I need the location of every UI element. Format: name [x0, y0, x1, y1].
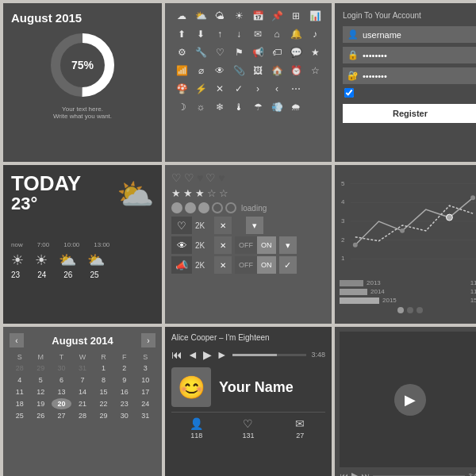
cal-day-30b[interactable]: 30 — [114, 410, 134, 421]
rewind-button[interactable]: ⏮ — [171, 348, 182, 361]
toggle-row-1: ♡ 2K ✕ ▾ — [171, 217, 325, 234]
toggle-eye-icon: 👁 — [171, 236, 192, 254]
toggle-on-2[interactable]: ON — [257, 236, 276, 254]
profile-tab-mail[interactable]: ✉ 27 — [275, 417, 325, 440]
legend-2015: 2015 154 — [340, 297, 476, 304]
calendar-header: ‹ August 2014 › — [10, 333, 155, 347]
scroll-dot-1[interactable] — [397, 307, 404, 313]
upload-icon: ⬆ — [174, 26, 190, 42]
dot-4 — [212, 202, 223, 213]
panel-august-2015: August 2015 75% Your text here.Write wha… — [3, 3, 162, 162]
profile-tab-hearts[interactable]: ♡ 131 — [223, 417, 273, 440]
scroll-dot-2[interactable] — [407, 307, 413, 313]
agree-checkbox[interactable] — [344, 88, 354, 98]
legend-val-2015: 154 — [470, 297, 476, 304]
cal-day-28[interactable]: 28 — [10, 363, 29, 374]
cal-day-11[interactable]: 11 — [10, 386, 29, 397]
agree-row[interactable] — [343, 88, 476, 98]
toggle-count-1: 2K — [195, 221, 211, 230]
toggle-check-3[interactable]: ✓ — [279, 256, 297, 274]
cal-day-29[interactable]: 29 — [30, 363, 50, 374]
cal-day-28b[interactable]: 28 — [72, 410, 92, 421]
video-play-button[interactable]: ▶ — [394, 384, 426, 416]
register-button[interactable]: Register — [343, 104, 476, 123]
icon-row-6: ☽ ☼ ❄ 🌡 ☂ 💨 🌧 — [170, 99, 327, 115]
cal-day-17[interactable]: 17 — [136, 386, 155, 397]
cal-day-15[interactable]: 15 — [94, 386, 113, 397]
vid-play-button[interactable]: ▶ — [351, 470, 358, 476]
cal-day-19[interactable]: 19 — [30, 398, 50, 409]
wind-icon: 💨 — [269, 99, 285, 115]
svg-text:1: 1 — [341, 255, 345, 262]
dot-2 — [185, 202, 196, 213]
calendar-grid: S M T W R F S 28 29 30 31 1 2 3 4 5 6 7 … — [10, 352, 155, 421]
toggle-switch-3[interactable]: OFF ON — [235, 256, 276, 274]
panel-music-profile: Alice Cooper – I'm Eighteen ⏮ ◄ ▶ ► 3:48… — [165, 327, 332, 476]
cal-prev-button[interactable]: ‹ — [10, 333, 24, 347]
toggle-x-2[interactable]: ✕ — [214, 236, 232, 254]
cal-day-29b[interactable]: 29 — [94, 410, 113, 421]
cal-day-4[interactable]: 4 — [10, 374, 29, 386]
cal-day-8[interactable]: 8 — [94, 374, 113, 386]
cal-day-23[interactable]: 23 — [114, 398, 134, 409]
cal-day-31b[interactable]: 31 — [136, 410, 155, 421]
toggle-x-1[interactable]: ✕ — [214, 217, 232, 234]
username-field[interactable]: 👤 ☑ — [343, 26, 476, 43]
vid-time: 3:48 — [468, 472, 476, 476]
bell-icon: 🔔 — [288, 26, 304, 42]
grid-icon: ⊞ — [288, 8, 304, 24]
cal-day-27[interactable]: 27 — [52, 410, 71, 421]
profile-tabs: 👤 118 ♡ 131 ✉ 27 — [171, 412, 325, 440]
cal-day-31[interactable]: 31 — [72, 363, 92, 374]
line-chart: 5 4 3 2 1 — [340, 170, 476, 273]
password2-field[interactable]: 🔐 ☑ — [343, 67, 476, 84]
cal-day-26[interactable]: 26 — [30, 410, 50, 421]
profile-tab-users[interactable]: 👤 118 — [171, 417, 221, 440]
cal-day-6[interactable]: 6 — [52, 374, 71, 386]
toggle-off-3[interactable]: OFF — [235, 256, 257, 274]
cal-day-22[interactable]: 22 — [94, 398, 113, 409]
cal-day-7[interactable]: 7 — [72, 374, 92, 386]
cal-day-30[interactable]: 30 — [52, 363, 71, 374]
cal-day-10[interactable]: 10 — [136, 374, 155, 386]
thermo-icon: 🌡 — [231, 99, 247, 115]
toggle-off-2[interactable]: OFF — [235, 236, 257, 254]
cal-day-24[interactable]: 24 — [136, 398, 155, 409]
panel-weather: TODAY 23° ⛅ now 7:00 10:00 13:00 ☀ ☀ ⛅ ⛅… — [3, 165, 162, 324]
toggle-check-2[interactable]: ▾ — [279, 236, 297, 254]
cal-day-16[interactable]: 16 — [114, 386, 134, 397]
vid-prev-button[interactable]: ⏮ — [340, 471, 348, 477]
scroll-dot-3[interactable] — [416, 307, 423, 313]
username-input[interactable] — [363, 30, 472, 40]
password-field[interactable]: 🔒 ☑ — [343, 47, 476, 63]
prev-button[interactable]: ◄ — [187, 348, 198, 361]
cal-day-20-today[interactable]: 20 — [52, 398, 71, 409]
play-button[interactable]: ▶ — [203, 348, 212, 361]
cal-day-2[interactable]: 2 — [114, 363, 134, 374]
cal-day-1[interactable]: 1 — [94, 363, 113, 374]
right-icon: ✓ — [231, 81, 247, 97]
cal-next-button[interactable]: › — [141, 333, 155, 347]
cal-day-14[interactable]: 14 — [72, 386, 92, 397]
toggle-x-3[interactable]: ✕ — [214, 256, 232, 274]
progress-bar[interactable] — [232, 354, 307, 356]
vid-next-button[interactable]: ⏭ — [361, 471, 370, 477]
cal-day-13[interactable]: 13 — [52, 386, 71, 397]
password-input[interactable] — [363, 51, 472, 60]
cal-day-25[interactable]: 25 — [10, 410, 29, 421]
forecast-icons: ☀ ☀ ⛅ ⛅ — [11, 251, 154, 269]
cal-day-21[interactable]: 21 — [72, 398, 92, 409]
legend-bar-2014 — [340, 289, 367, 295]
cal-day-3[interactable]: 3 — [136, 363, 155, 374]
toggle-check-1[interactable]: ▾ — [246, 217, 263, 234]
cal-day-5[interactable]: 5 — [30, 374, 50, 386]
next-button[interactable]: ► — [217, 348, 228, 361]
cal-day-12[interactable]: 12 — [30, 386, 50, 397]
cal-day-9[interactable]: 9 — [114, 374, 134, 386]
cal-day-18[interactable]: 18 — [10, 398, 29, 409]
toggle-on-3[interactable]: ON — [257, 256, 276, 274]
password2-input[interactable] — [363, 71, 472, 81]
icon-row-1: ☁ ⛅ 🌤 ☀ 📅 📌 ⊞ 📊 — [170, 8, 327, 24]
hearts-count: 131 — [242, 432, 254, 440]
toggle-switch-2[interactable]: OFF ON — [235, 236, 276, 254]
